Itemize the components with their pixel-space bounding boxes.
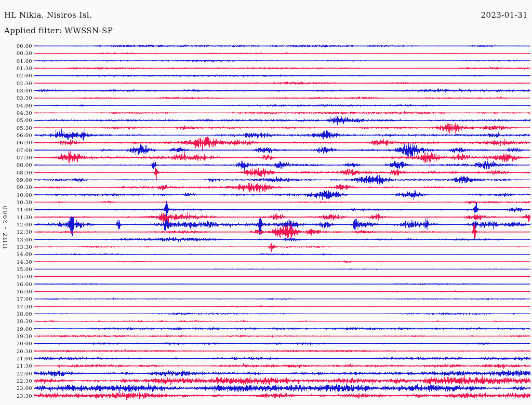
time-label-02-00: 02:00: [2, 73, 32, 78]
time-label-00-30: 00:30: [2, 50, 32, 56]
time-label-04-00: 04:00: [2, 103, 32, 109]
time-label-01-00: 01:00: [2, 58, 32, 64]
time-label-13-00: 13:00: [2, 237, 32, 242]
time-label-00-00: 00:00: [2, 43, 32, 49]
time-label-19-00: 19:00: [2, 326, 32, 332]
time-label-10-30: 10:30: [2, 199, 32, 205]
time-label-21-30: 21:30: [2, 363, 32, 369]
time-label-04-30: 04:30: [2, 110, 32, 116]
time-label-15-30: 15:30: [2, 274, 32, 279]
time-label-22-00: 22:00: [2, 371, 32, 376]
time-label-21-00: 21:00: [2, 356, 32, 361]
time-label-15-00: 15:00: [2, 266, 32, 272]
record-date: 2023-01-31: [481, 10, 528, 20]
time-label-02-30: 02:30: [2, 80, 32, 86]
time-label-22-30: 22:30: [2, 378, 32, 384]
time-label-12-30: 12:30: [2, 229, 32, 235]
time-label-23-30: 23:30: [2, 393, 32, 399]
time-label-19-30: 19:30: [2, 333, 32, 339]
time-label-05-30: 05:30: [2, 125, 32, 131]
time-label-11-00: 11:00: [2, 207, 32, 212]
filter-label: Applied filter: WWSSN-SP: [4, 26, 113, 35]
time-label-10-00: 10:00: [2, 192, 32, 198]
time-label-17-00: 17:00: [2, 296, 32, 302]
time-label-16-00: 16:00: [2, 281, 32, 287]
helicorder-traces: [0, 0, 532, 405]
time-label-01-30: 01:30: [2, 65, 32, 71]
time-label-07-30: 07:30: [2, 155, 32, 160]
time-label-03-00: 03:00: [2, 88, 32, 93]
station-title: HL Nikia, Nisiros Isl.: [4, 10, 92, 20]
time-label-12-00: 12:00: [2, 222, 32, 227]
time-label-18-30: 18:30: [2, 318, 32, 324]
time-label-05-00: 05:00: [2, 117, 32, 123]
helicorder-page: HL Nikia, Nisiros Isl. 2023-01-31 Applie…: [0, 0, 532, 405]
time-label-06-00: 06:00: [2, 132, 32, 138]
time-label-11-30: 11:30: [2, 214, 32, 220]
time-label-16-30: 16:30: [2, 289, 32, 294]
time-label-14-30: 14:30: [2, 259, 32, 265]
time-label-20-00: 20:00: [2, 341, 32, 346]
time-label-14-00: 14:00: [2, 251, 32, 257]
time-label-07-00: 07:00: [2, 147, 32, 153]
time-label-13-30: 13:30: [2, 244, 32, 250]
time-label-08-00: 08:00: [2, 162, 32, 168]
time-label-09-00: 09:00: [2, 177, 32, 183]
time-label-08-30: 08:30: [2, 170, 32, 176]
time-label-06-30: 06:30: [2, 140, 32, 145]
time-label-20-30: 20:30: [2, 348, 32, 354]
time-label-23-00: 23:00: [2, 385, 32, 391]
time-label-09-30: 09:30: [2, 184, 32, 190]
time-label-03-30: 03:30: [2, 95, 32, 101]
time-label-17-30: 17:30: [2, 304, 32, 309]
time-label-18-00: 18:00: [2, 311, 32, 317]
